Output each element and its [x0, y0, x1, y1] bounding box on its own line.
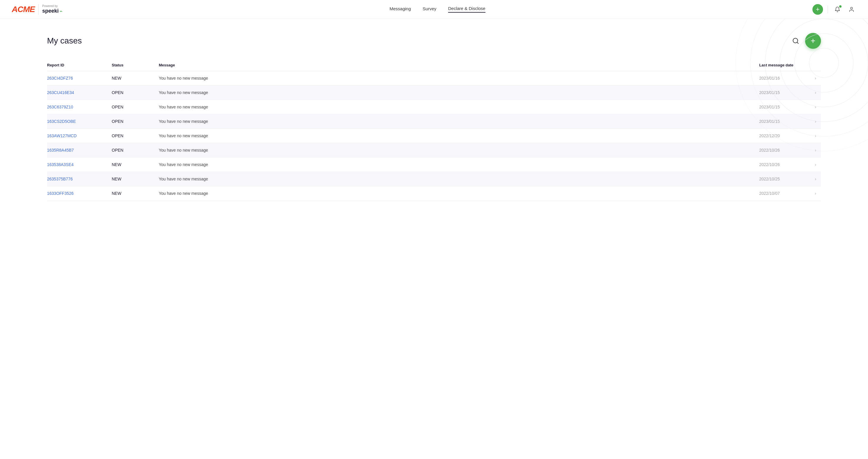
message-cell: You have no new message: [159, 90, 208, 95]
table-row[interactable]: 2635375B776 NEW You have no new message …: [47, 172, 821, 186]
table-row[interactable]: 263C6379Z10 OPEN You have no new message…: [47, 100, 821, 114]
status-cell: NEW: [112, 76, 121, 80]
speeki-leaf-icon: ⌁: [59, 8, 63, 14]
status-cell: OPEN: [112, 119, 124, 124]
status-cell: NEW: [112, 176, 121, 181]
report-id-link[interactable]: 163AW127MCD: [47, 133, 77, 138]
date-cell: 2022/10/26: [759, 148, 780, 153]
message-cell: You have no new message: [159, 119, 208, 124]
message-cell: You have no new message: [159, 148, 208, 153]
cases-table: Report ID Status Message Last message da…: [47, 59, 821, 201]
report-id-link[interactable]: 163CS2D5OBE: [47, 119, 76, 124]
svg-line-8: [797, 42, 798, 43]
add-case-button[interactable]: +: [805, 33, 821, 49]
message-cell: You have no new message: [159, 176, 208, 181]
message-cell: You have no new message: [159, 76, 208, 80]
header-add-button[interactable]: +: [812, 4, 823, 15]
table-body: 263CI4DFZ76 NEW You have no new message …: [47, 71, 821, 201]
chevron-right-icon: ›: [815, 148, 816, 153]
page-title: My cases: [47, 36, 82, 45]
message-cell: You have no new message: [159, 162, 208, 167]
main-content: My cases + Report ID Status Message Last…: [0, 19, 868, 215]
header-divider: [828, 5, 828, 13]
nav-messaging[interactable]: Messaging: [390, 6, 411, 12]
chevron-right-icon: ›: [815, 90, 816, 95]
user-profile-button[interactable]: [847, 5, 856, 14]
report-id-link[interactable]: 263C6379Z10: [47, 105, 73, 109]
table-row[interactable]: 163CS2D5OBE OPEN You have no new message…: [47, 114, 821, 129]
chevron-right-icon: ›: [815, 133, 816, 138]
search-button[interactable]: [792, 37, 799, 44]
page-header-actions: +: [792, 33, 821, 49]
header: ACME Powered by speeki ⌁ Messaging Surve…: [0, 0, 868, 19]
col-header-report-id: Report ID: [47, 59, 112, 71]
date-cell: 2022/10/25: [759, 176, 780, 181]
nav-declare-disclose[interactable]: Declare & Disclose: [448, 6, 486, 13]
report-id-link[interactable]: 1633OFF3526: [47, 191, 73, 196]
table-row[interactable]: 1635R8A45B7 OPEN You have no new message…: [47, 143, 821, 158]
date-cell: 2022/10/26: [759, 162, 780, 167]
col-header-status: Status: [112, 59, 159, 71]
date-cell: 2022/10/07: [759, 191, 780, 196]
chevron-right-icon: ›: [815, 176, 816, 181]
user-icon: [848, 6, 855, 12]
date-cell: 2022/12/20: [759, 133, 780, 138]
table-row[interactable]: 1633OFF3526 NEW You have no new message …: [47, 186, 821, 201]
table-row[interactable]: 263CI4DFZ76 NEW You have no new message …: [47, 71, 821, 86]
table-row[interactable]: 163AW127MCD OPEN You have no new message…: [47, 129, 821, 143]
table-header: Report ID Status Message Last message da…: [47, 59, 821, 71]
date-cell: 2023/01/15: [759, 90, 780, 95]
col-header-message: Message: [159, 59, 759, 71]
status-cell: OPEN: [112, 133, 124, 138]
acme-logo: ACME: [12, 5, 35, 14]
svg-point-0: [851, 7, 853, 9]
speeki-branding: Powered by speeki ⌁: [42, 4, 62, 14]
report-id-link[interactable]: 263CU416E34: [47, 90, 74, 95]
logo-area: ACME Powered by speeki ⌁: [12, 4, 63, 15]
col-header-last-message-date: Last message date: [759, 59, 812, 71]
notification-dot: [839, 5, 841, 8]
status-cell: NEW: [112, 191, 121, 196]
speeki-text: speeki: [42, 8, 59, 14]
nav-survey[interactable]: Survey: [423, 6, 436, 12]
message-cell: You have no new message: [159, 133, 208, 138]
speeki-logo: speeki ⌁: [42, 8, 62, 14]
status-cell: OPEN: [112, 148, 124, 153]
chevron-right-icon: ›: [815, 105, 816, 109]
main-nav: Messaging Survey Declare & Disclose: [390, 6, 486, 13]
report-id-link[interactable]: 163538A3SE4: [47, 162, 73, 167]
date-cell: 2023/01/15: [759, 105, 780, 109]
report-id-link[interactable]: 263CI4DFZ76: [47, 76, 73, 80]
message-cell: You have no new message: [159, 105, 208, 109]
status-cell: OPEN: [112, 105, 124, 109]
status-cell: NEW: [112, 162, 121, 167]
table-row[interactable]: 163538A3SE4 NEW You have no new message …: [47, 158, 821, 172]
chevron-right-icon: ›: [815, 191, 816, 196]
report-id-link[interactable]: 1635R8A45B7: [47, 148, 74, 153]
search-icon: [792, 37, 799, 44]
chevron-right-icon: ›: [815, 162, 816, 167]
date-cell: 2023/01/15: [759, 119, 780, 124]
status-cell: OPEN: [112, 90, 124, 95]
powered-by-text: Powered by: [42, 4, 58, 8]
message-cell: You have no new message: [159, 191, 208, 196]
chevron-right-icon: ›: [815, 76, 816, 80]
logo-divider: [38, 4, 38, 15]
table-row[interactable]: 263CU416E34 OPEN You have no new message…: [47, 86, 821, 100]
report-id-link[interactable]: 2635375B776: [47, 176, 73, 181]
date-cell: 2023/01/16: [759, 76, 780, 80]
chevron-right-icon: ›: [815, 119, 816, 124]
page-header: My cases +: [47, 33, 821, 49]
notifications-button[interactable]: [833, 5, 842, 14]
header-actions: +: [812, 4, 856, 15]
